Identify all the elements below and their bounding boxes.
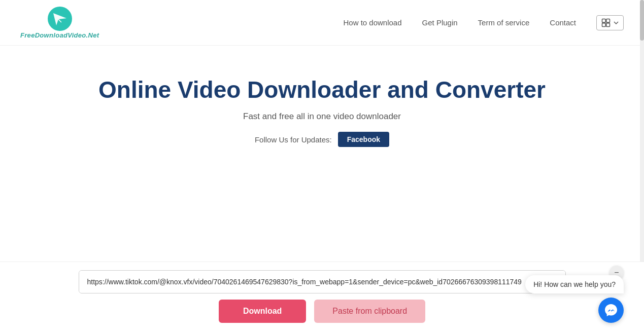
translate-icon [601,18,611,28]
nav-get-plugin[interactable]: Get Plugin [422,18,458,27]
nav-contact[interactable]: Contact [550,18,576,27]
scrollbar-thumb[interactable] [640,0,644,41]
follow-us-row: Follow Us for Updates: Facebook [255,132,389,147]
page-title: Online Video Downloader and Converter [98,76,546,103]
main-content: Online Video Downloader and Converter Fa… [0,46,644,147]
main-nav: How to download Get Plugin Term of servi… [343,15,624,30]
logo-text: FreeDownloadVideo.Net [20,31,99,39]
logo-link[interactable]: FreeDownloadVideo.Net [20,6,99,39]
svg-rect-4 [606,19,610,22]
chevron-down-icon [613,20,619,26]
svg-rect-3 [602,19,606,22]
svg-rect-6 [606,23,610,26]
logo-icon [47,6,73,31]
nav-term-of-service[interactable]: Term of service [478,18,530,27]
download-button[interactable]: Download [219,300,306,323]
svg-rect-5 [602,23,606,26]
nav-how-to-download[interactable]: How to download [343,18,401,27]
url-input-container [79,270,566,293]
follow-us-label: Follow Us for Updates: [255,135,332,144]
page-subtitle: Fast and free all in one video downloade… [243,112,401,122]
chat-widget: Hi! How can we help you? [525,275,624,323]
facebook-button[interactable]: Facebook [338,132,389,147]
chat-icon-button[interactable] [598,298,624,323]
action-buttons-row: Download Paste from clipboard [219,300,425,323]
url-input[interactable] [79,271,565,293]
messenger-icon [604,303,618,317]
chat-bubble: Hi! How can we help you? [525,275,624,293]
translate-button[interactable] [596,15,624,30]
header: FreeDownloadVideo.Net How to download Ge… [0,0,644,46]
paste-button[interactable]: Paste from clipboard [314,300,425,323]
